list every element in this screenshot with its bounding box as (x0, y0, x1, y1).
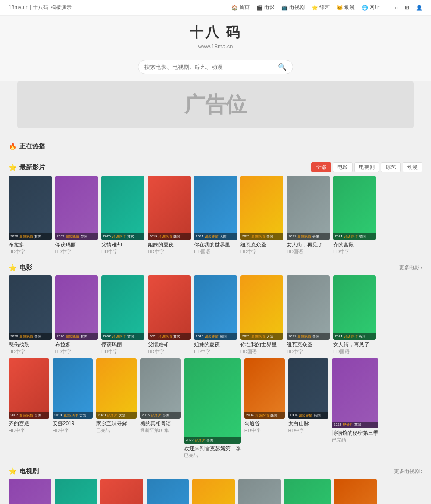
movie-poster: 2021 超级跑情 其它 (148, 275, 191, 339)
movie-card[interactable]: 1994 超级跑情 韩国 太白山脉 HD中字 (288, 358, 329, 459)
movie-year-bar: 2019 超级跑情 韩国 (194, 333, 237, 340)
movie-sub: HD中字 (244, 427, 285, 434)
more-tv-link[interactable]: 更多电视剧 › (394, 468, 422, 475)
movie-card[interactable]: 超级跑情 日本 欢迎来到王之国 已完结 (55, 479, 97, 504)
movie-tag2: 英国 (34, 413, 41, 418)
filter-tabs: 全部 电影 电视剧 综艺 动漫 (311, 162, 422, 172)
movie-card[interactable]: 2004 超级跑情 韩国 勾通谷 HD中字 (244, 358, 285, 459)
movie-sub: HD国语 (194, 249, 237, 255)
movie-card[interactable]: 2021 超级跑情 大陆 你在我的世界里 HD国语 (194, 176, 237, 255)
movie-card[interactable]: 2007 超级跑情 英国 俘获玛丽 HD中字 (55, 176, 98, 255)
nav-search-icon[interactable]: ○ (395, 5, 398, 11)
movie-card[interactable]: 2021 超级跑情 香港 女人街，再见了 HD国语 (333, 275, 376, 355)
movie-year-bar: 2019 犯罪/动作 大陆 (53, 412, 93, 419)
movie-title: 你在我的世界里 (240, 341, 284, 348)
movie-card[interactable]: 2020 纪录片 大陆 家乡至味寻鲜 已完结 (96, 358, 137, 459)
more-movies-link[interactable]: 更多电影 › (399, 264, 422, 271)
movie-tag2: 大陆 (220, 234, 227, 239)
movie-card[interactable]: 2019 超级跑情 韩国 姐妹的夏夜 HD中字 (148, 176, 191, 255)
movie-poster: 2019 犯罪/动作 大陆 (53, 358, 93, 419)
search-button[interactable]: 🔍 (278, 63, 287, 71)
filter-tab-all[interactable]: 全部 (311, 162, 331, 172)
nav-website[interactable]: 🌐 网址 (362, 4, 380, 11)
movie-card[interactable]: 2007 超级跑情 英国 俘获玛丽 HD中字 (101, 275, 144, 355)
movie-card[interactable]: 2019 超级跑情 法国 一夜桃花运第二季 已完结 (238, 479, 281, 504)
movie-card[interactable]: 2023 超级跑情 其它 父情难却 HD中字 (101, 176, 144, 255)
movie-poster: 2022 纪录片 美国 (184, 358, 241, 444)
hot-section: 🔥 正在热播 (0, 133, 431, 158)
movie-tag: 超级跑情 (251, 234, 265, 239)
nav-variety[interactable]: ⭐ 综艺 (312, 4, 330, 11)
movie-card[interactable]: 2021 超级跑情 美国 纽瓦克众圣 HD中字 (287, 275, 330, 355)
nav-tv[interactable]: 📺 电视剧 (281, 4, 305, 11)
movie-poster: 2023 超级跑情 其它 (101, 176, 144, 240)
nav-anime[interactable]: 🐱 动漫 (337, 4, 355, 11)
movie-card[interactable]: 2021 超级跑情 大陆 你在我的世界里 HD国语 (240, 275, 284, 355)
movie-title: 博物馆的秘密第三季 (332, 429, 378, 437)
movie-card[interactable]: 走手就跑吧！韩队长 已完结 (284, 479, 331, 504)
movie-year: 2004 (246, 413, 254, 418)
movie-poster: 2020 纪录片 大陆 (96, 358, 137, 419)
movie-card[interactable]: 2021 超级跑情 英国 齐的宫殿 HD中字 (333, 176, 376, 255)
movie-title: 你在我的世界里 (194, 241, 237, 249)
movie-card[interactable]: 2020 超级跑情 美国 悲伤战鼓 HD中字 (9, 275, 52, 355)
logo-area: 十八 码 www.18ma.cn (0, 16, 431, 56)
movie-tag2: 美国 (34, 334, 41, 339)
filter-tab-tv[interactable]: 电视剧 (354, 162, 379, 172)
movie-card[interactable]: 2022 纪录片 美国 欢迎来到雷克瑟姆第一季 已完结 (184, 358, 241, 459)
star-icon: ⭐ (9, 164, 17, 171)
movie-tag: 超级跑情 (297, 234, 311, 239)
movie-card[interactable]: 2019 犯罪/动作 大陆 安娜2019 HD中字 (53, 358, 93, 459)
movie-poster (284, 479, 331, 504)
latest-section: ⭐ 最新影片 全部 电影 电视剧 综艺 动漫 2020 超级跑情 其它 布拉多 … (0, 158, 431, 259)
movie-poster: 2007 超级跑情 英国 (101, 275, 144, 339)
movie-card[interactable]: 2019 超级跑情 韩国 姐妹的夏夜 HD中字 (194, 275, 237, 355)
movie-poster: 2023 超级跑情 英国 (192, 479, 235, 504)
movie-info: 你在我的世界里 HD国语 (194, 241, 237, 255)
nav-user-icon[interactable]: 👤 (416, 5, 422, 11)
movie-card[interactable]: 2021 超级跑情 其它 父情难却 HD中字 (148, 275, 191, 355)
movie-card[interactable]: 超级跑情 日本 填玉的牛部 更新至第00集 (147, 479, 189, 504)
movie-title: 纽瓦克众圣 (287, 341, 330, 348)
movie-year: 2023 (103, 234, 111, 239)
movie-sub: HD中字 (9, 348, 52, 355)
hot-section-title: 🔥 正在热播 (9, 142, 422, 150)
movie-card[interactable]: 2021 超级跑情 美国 纽瓦克众圣 HD中字 (240, 176, 284, 255)
movie-info: 你在我的世界里 HD国语 (240, 341, 284, 355)
filter-tab-anime[interactable]: 动漫 (403, 162, 422, 172)
movie-card[interactable]: 2020 超级跑情 其它 布拉多 HD中字 (9, 176, 52, 255)
movie-card[interactable]: 2020 超级跑情 其它 布拉多 HD中字 (55, 275, 98, 355)
filter-tab-variety[interactable]: 综艺 (381, 162, 401, 172)
nav-grid-icon[interactable]: ⊞ (405, 5, 409, 11)
movie-card[interactable]: 2023 超级跑情 英国 切尔西侦探第二季 更新至第04集 (9, 479, 51, 504)
movie-tag: 超级跑情 (205, 334, 219, 339)
movie-card[interactable]: 2021 超级跑情 香港 女人街，再见了 HD国语 (287, 176, 330, 255)
movie-year: 2021 (288, 234, 296, 239)
movie-card[interactable]: 2015 纪录片 英国 糖的真相粤语 逐新至第01集 (140, 358, 181, 459)
movie-tag2: 其它 (127, 234, 134, 239)
movie-card[interactable]: 没用的谎言 已完结 (100, 479, 143, 504)
movie-year: 2007 (103, 334, 111, 339)
movie-card[interactable]: 2023 超级跑情 英国 过失第一季 已完结 (192, 479, 235, 504)
nav-home[interactable]: 🏠 首页 (231, 4, 250, 11)
search-input[interactable] (144, 64, 278, 70)
movie-poster (100, 479, 143, 504)
movie-tag2: 大陆 (79, 413, 86, 418)
filter-tab-movie[interactable]: 电影 (333, 162, 353, 172)
movie-tag2: 韩国 (173, 234, 180, 239)
movie-title: 姐妹的夏夜 (148, 241, 191, 249)
movie-tag: 超级跑情 (251, 334, 265, 339)
movie-sub: HD中字 (53, 427, 93, 434)
movie-card[interactable]: 2007 超级跑情 英国 齐的宫殿 HD中字 (9, 358, 49, 459)
movie-sub: HD国语 (287, 249, 330, 255)
movie-card[interactable]: 2022 纪录片 英国 博物馆的秘密第三季 已完结 (332, 358, 378, 459)
movie-title: 齐的宫殿 (333, 241, 376, 249)
movie-poster: 2015 纪录片 英国 (140, 358, 181, 419)
nav-movie[interactable]: 🎬 电影 (256, 4, 275, 11)
search-wrap: 🔍 (138, 60, 293, 74)
movie-card[interactable]: 超级跑情 国产 亲爱的隐秘先生 已完结 (334, 479, 377, 504)
movie-info: 糖的真相粤语 逐新至第01集 (140, 420, 181, 434)
movie-year-bar: 2020 超级跑情 其它 (9, 233, 52, 240)
fire-icon: 🔥 (9, 143, 17, 150)
movie-title: 父情难却 (101, 241, 144, 249)
